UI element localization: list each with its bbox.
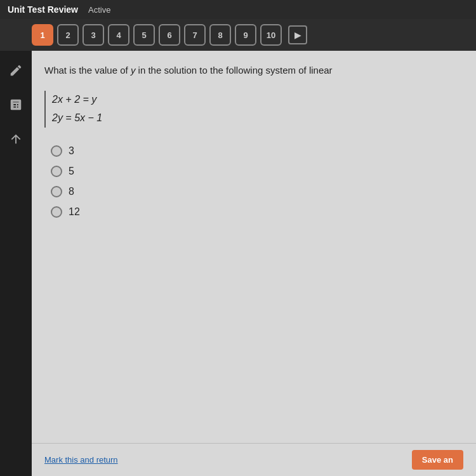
nav-next-arrow[interactable]: ▶	[288, 25, 307, 44]
nav-btn-2[interactable]: 2	[57, 24, 79, 46]
sidebar	[0, 51, 32, 476]
equation-block: 2x + 2 = y 2y = 5x − 1	[44, 91, 461, 128]
choice-8[interactable]: 8	[51, 186, 461, 197]
choice-label-12: 12	[69, 206, 80, 218]
equation-2: 2y = 5x − 1	[52, 109, 461, 128]
status-badge: Active	[88, 5, 110, 15]
nav-btn-8[interactable]: 8	[209, 24, 231, 46]
nav-btn-1[interactable]: 1	[32, 24, 53, 46]
bottom-bar: Mark this and return Save an	[32, 443, 476, 476]
choice-label-5: 5	[69, 166, 74, 177]
question-nav: 1 2 3 4 5 6 7 8 9 10 ▶	[0, 19, 476, 51]
nav-btn-4[interactable]: 4	[108, 24, 129, 46]
nav-btn-7[interactable]: 7	[184, 24, 206, 46]
save-button[interactable]: Save an	[412, 450, 463, 470]
top-bar: Unit Test Review Active	[0, 0, 476, 19]
nav-btn-6[interactable]: 6	[159, 24, 180, 46]
question-text: What is the value of y in the solution t…	[44, 63, 461, 77]
nav-btn-10[interactable]: 10	[260, 24, 282, 46]
page-title: Unit Test Review	[8, 4, 78, 15]
choice-label-8: 8	[69, 186, 74, 197]
nav-btn-9[interactable]: 9	[235, 24, 256, 46]
calculator-icon[interactable]	[5, 94, 27, 116]
radio-8[interactable]	[51, 186, 62, 197]
arrow-up-icon[interactable]	[5, 128, 27, 150]
nav-btn-3[interactable]: 3	[83, 24, 104, 46]
radio-12[interactable]	[51, 206, 62, 218]
pencil-icon[interactable]	[5, 60, 27, 81]
main-area: What is the value of y in the solution t…	[0, 51, 476, 476]
radio-3[interactable]	[51, 145, 62, 157]
equation-1: 2x + 2 = y	[52, 91, 461, 109]
choice-3[interactable]: 3	[51, 145, 461, 157]
choice-12[interactable]: 12	[51, 206, 461, 218]
mark-return-link[interactable]: Mark this and return	[44, 455, 118, 465]
radio-5[interactable]	[51, 166, 62, 177]
content-area: What is the value of y in the solution t…	[32, 51, 476, 476]
choices-list: 3 5 8 12	[44, 145, 461, 218]
choice-5[interactable]: 5	[51, 166, 461, 177]
nav-btn-5[interactable]: 5	[133, 24, 155, 46]
choice-label-3: 3	[69, 145, 74, 157]
